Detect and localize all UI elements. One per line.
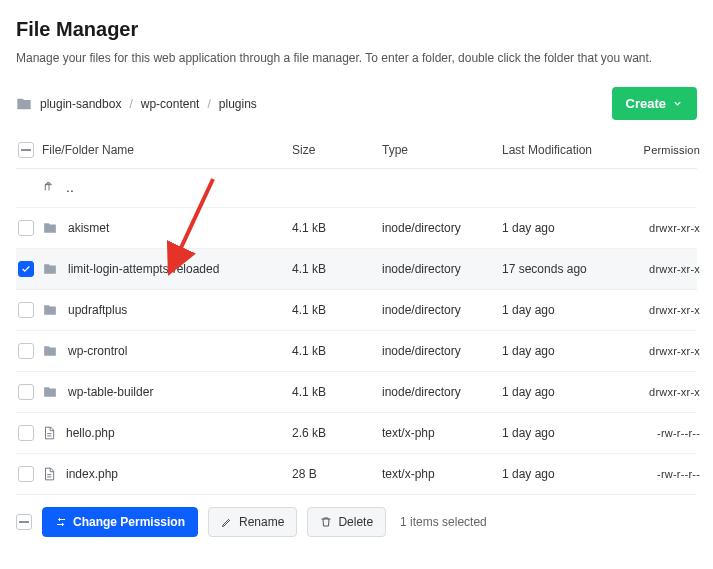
row-perm: -rw-r--r-- [632, 427, 700, 439]
action-bar: Change Permission Rename Delete 1 items … [16, 495, 697, 537]
page-title: File Manager [16, 18, 697, 41]
rename-label: Rename [239, 515, 284, 529]
folder-icon [42, 221, 58, 235]
breadcrumb-item[interactable]: wp-content [141, 97, 200, 111]
table-row[interactable]: updraftplus4.1 kBinode/directory1 day ag… [16, 290, 697, 331]
folder-icon [42, 303, 58, 317]
row-name: limit-login-attempts-reloaded [68, 262, 219, 276]
table-header: File/Folder Name Size Type Last Modifica… [16, 134, 697, 169]
row-perm: drwxr-xr-x [632, 345, 700, 357]
create-button[interactable]: Create [612, 87, 697, 120]
change-permission-button[interactable]: Change Permission [42, 507, 198, 537]
row-mod: 1 day ago [502, 303, 632, 317]
row-perm: drwxr-xr-x [632, 304, 700, 316]
footer-select-checkbox[interactable] [16, 514, 32, 530]
parent-dir-label: .. [66, 179, 74, 195]
table-row[interactable]: wp-table-builder4.1 kBinode/directory1 d… [16, 372, 697, 413]
folder-icon [42, 344, 58, 358]
svg-rect-0 [21, 149, 31, 151]
row-type: inode/directory [382, 262, 502, 276]
selection-count: 1 items selected [400, 515, 487, 529]
row-checkbox[interactable] [18, 384, 34, 400]
swap-icon [55, 516, 67, 528]
row-perm: drwxr-xr-x [632, 222, 700, 234]
row-mod: 1 day ago [502, 385, 632, 399]
folder-icon [42, 262, 58, 276]
breadcrumb-item[interactable]: plugins [219, 97, 257, 111]
row-name: updraftplus [68, 303, 127, 317]
breadcrumb-sep: / [207, 97, 210, 111]
breadcrumb-item[interactable]: plugin-sandbox [40, 97, 121, 111]
row-checkbox[interactable] [18, 302, 34, 318]
up-arrow-icon [42, 180, 56, 194]
delete-button[interactable]: Delete [307, 507, 386, 537]
column-header-size[interactable]: Size [292, 143, 382, 157]
row-size: 4.1 kB [292, 303, 382, 317]
row-mod: 1 day ago [502, 344, 632, 358]
chevron-down-icon [672, 98, 683, 109]
row-type: text/x-php [382, 467, 502, 481]
row-size: 4.1 kB [292, 221, 382, 235]
change-permission-label: Change Permission [73, 515, 185, 529]
row-checkbox[interactable] [18, 466, 34, 482]
row-name: index.php [66, 467, 118, 481]
row-type: inode/directory [382, 303, 502, 317]
row-type: inode/directory [382, 385, 502, 399]
select-all-checkbox[interactable] [18, 142, 34, 158]
row-type: inode/directory [382, 221, 502, 235]
folder-icon [42, 385, 58, 399]
table-row[interactable]: index.php28 Btext/x-php1 day ago-rw-r--r… [16, 454, 697, 495]
row-size: 4.1 kB [292, 385, 382, 399]
row-checkbox[interactable] [18, 425, 34, 441]
column-header-perm[interactable]: Permission [632, 144, 700, 156]
file-icon [42, 425, 56, 441]
row-size: 28 B [292, 467, 382, 481]
row-checkbox[interactable] [18, 261, 34, 277]
rename-button[interactable]: Rename [208, 507, 297, 537]
row-size: 2.6 kB [292, 426, 382, 440]
breadcrumb-sep: / [129, 97, 132, 111]
row-type: text/x-php [382, 426, 502, 440]
trash-icon [320, 516, 332, 528]
row-perm: -rw-r--r-- [632, 468, 700, 480]
svg-rect-1 [19, 521, 29, 523]
row-mod: 17 seconds ago [502, 262, 632, 276]
row-name: wp-table-builder [68, 385, 153, 399]
table-row[interactable]: limit-login-attempts-reloaded4.1 kBinode… [16, 249, 697, 290]
row-perm: drwxr-xr-x [632, 263, 700, 275]
row-checkbox[interactable] [18, 343, 34, 359]
row-size: 4.1 kB [292, 344, 382, 358]
pencil-icon [221, 516, 233, 528]
column-header-name[interactable]: File/Folder Name [42, 143, 292, 157]
table-row[interactable]: wp-crontrol4.1 kBinode/directory1 day ag… [16, 331, 697, 372]
toolbar: plugin-sandbox / wp-content / plugins Cr… [16, 87, 697, 120]
row-name: akismet [68, 221, 109, 235]
row-perm: drwxr-xr-x [632, 386, 700, 398]
row-checkbox[interactable] [18, 220, 34, 236]
table-row[interactable]: akismet4.1 kBinode/directory1 day agodrw… [16, 208, 697, 249]
column-header-mod[interactable]: Last Modification [502, 143, 632, 157]
file-icon [42, 466, 56, 482]
delete-label: Delete [338, 515, 373, 529]
create-button-label: Create [626, 96, 666, 111]
table-body: akismet4.1 kBinode/directory1 day agodrw… [16, 208, 697, 495]
table-row[interactable]: hello.php2.6 kBtext/x-php1 day ago-rw-r-… [16, 413, 697, 454]
row-size: 4.1 kB [292, 262, 382, 276]
page-subtitle: Manage your files for this web applicati… [16, 51, 697, 65]
row-mod: 1 day ago [502, 221, 632, 235]
row-mod: 1 day ago [502, 426, 632, 440]
row-mod: 1 day ago [502, 467, 632, 481]
parent-dir-row[interactable]: .. [16, 169, 697, 208]
row-name: wp-crontrol [68, 344, 127, 358]
breadcrumb: plugin-sandbox / wp-content / plugins [16, 96, 612, 112]
column-header-type[interactable]: Type [382, 143, 502, 157]
folder-icon [16, 96, 32, 112]
row-type: inode/directory [382, 344, 502, 358]
row-name: hello.php [66, 426, 115, 440]
